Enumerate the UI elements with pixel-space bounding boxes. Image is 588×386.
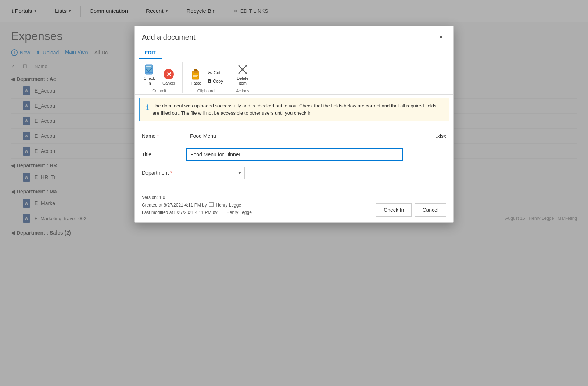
svg-rect-5 — [193, 74, 198, 74]
required-marker: * — [157, 133, 159, 139]
title-input[interactable] — [186, 148, 403, 161]
ribbon-buttons-commit: CheckIn ✕ Cancel — [140, 62, 178, 87]
department-label: Department * — [142, 170, 186, 176]
paste-label: Paste — [191, 81, 201, 86]
ribbon-buttons-actions: DeleteItem — [234, 62, 251, 87]
add-document-dialog: Add a document × EDIT — [134, 26, 454, 223]
department-input-wrap — [186, 167, 446, 179]
check-in-label: CheckIn — [143, 76, 155, 86]
footer-actions: Check In Cancel — [376, 203, 446, 217]
created-text: Created at 8/27/2021 4:11 PM by Henry Le… — [142, 201, 252, 209]
info-banner-text: The document was uploaded successfully a… — [153, 102, 443, 117]
name-input[interactable] — [186, 130, 432, 142]
ribbon-content: CheckIn ✕ Cancel Commit — [139, 59, 449, 94]
title-field-row: Title — [142, 148, 446, 161]
copy-icon: ⧉ — [208, 78, 211, 84]
department-field-row: Department * — [142, 167, 446, 179]
check-in-icon — [143, 64, 155, 75]
ribbon: EDIT — [135, 47, 453, 95]
modal-title: Add a document — [142, 33, 196, 42]
cancel-ribbon-button[interactable]: ✕ Cancel — [159, 67, 178, 87]
ribbon-group-actions: DeleteItem Actions — [232, 62, 256, 93]
actions-group-label: Actions — [236, 89, 249, 93]
cancel-icon: ✕ — [163, 68, 175, 80]
paste-icon — [190, 68, 202, 80]
clipboard-group-label: Clipboard — [197, 89, 215, 93]
check-in-footer-button[interactable]: Check In — [376, 203, 412, 217]
name-field-row: Name * .xlsx — [142, 130, 446, 142]
department-select[interactable] — [186, 167, 245, 179]
author-checkbox — [209, 202, 214, 207]
cut-copy-group: ✂ Cut ⧉ Copy — [206, 69, 225, 85]
cancel-x-icon: ✕ — [164, 69, 174, 79]
ribbon-tabs: EDIT — [139, 47, 449, 59]
delete-icon — [237, 64, 248, 75]
commit-group-label: Commit — [152, 89, 166, 93]
cut-label: Cut — [214, 70, 220, 75]
modal-header: Add a document × — [135, 26, 453, 47]
svg-rect-6 — [193, 75, 198, 76]
name-label: Name * — [142, 133, 186, 139]
info-banner: ℹ The document was uploaded successfully… — [139, 98, 449, 121]
copy-label: Copy — [213, 79, 223, 84]
modified-text: Last modified at 8/27/2021 4:11 PM by He… — [142, 209, 252, 216]
ribbon-buttons-clipboard: Paste ✂ Cut ⧉ Copy — [187, 67, 225, 87]
required-marker: * — [170, 170, 172, 176]
svg-rect-4 — [194, 69, 197, 71]
title-label: Title — [142, 151, 186, 157]
tab-edit[interactable]: EDIT — [139, 47, 162, 59]
ribbon-group-clipboard: Paste ✂ Cut ⧉ Copy Clipboard — [186, 67, 229, 93]
form-footer: Version: 1.0 Created at 8/27/2021 4:11 P… — [135, 191, 453, 222]
paste-button[interactable]: Paste — [187, 67, 205, 87]
ribbon-group-commit: CheckIn ✕ Cancel Commit — [139, 62, 183, 93]
info-icon: ℹ — [146, 103, 149, 112]
title-input-wrap — [186, 148, 446, 161]
copy-button[interactable]: ⧉ Copy — [206, 77, 225, 85]
version-text: Version: 1.0 — [142, 194, 252, 201]
file-extension: .xlsx — [436, 133, 446, 139]
modifier-checkbox — [220, 210, 224, 214]
cancel-footer-button[interactable]: Cancel — [415, 203, 446, 217]
delete-item-label: DeleteItem — [237, 76, 248, 86]
form-area: Name * .xlsx Title Department * — [135, 124, 453, 191]
cancel-label: Cancel — [162, 81, 175, 86]
cut-button[interactable]: ✂ Cut — [206, 69, 225, 76]
svg-rect-1 — [146, 66, 151, 67]
svg-rect-7 — [193, 76, 197, 77]
version-info: Version: 1.0 Created at 8/27/2021 4:11 P… — [142, 194, 252, 216]
close-button[interactable]: × — [436, 32, 446, 42]
delete-item-button[interactable]: DeleteItem — [234, 62, 251, 87]
cut-icon: ✂ — [208, 70, 212, 76]
check-in-button[interactable]: CheckIn — [140, 62, 158, 87]
name-input-wrap: .xlsx — [186, 130, 446, 142]
